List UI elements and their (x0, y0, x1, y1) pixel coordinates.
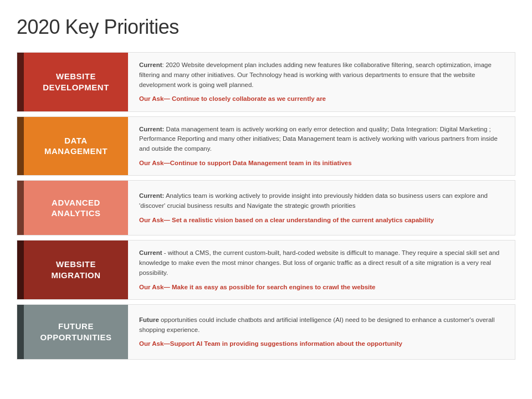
priority-current-future-opportunities: Future opportunities could include chatb… (139, 315, 504, 335)
priority-label-text-data-management: DATA MANAGEMENT (38, 135, 108, 157)
priority-current-website-development: Current: 2020 Website development plan i… (139, 60, 504, 90)
priority-content-advanced-analytics: Current: Analytics team is working activ… (128, 181, 515, 235)
priority-row: DATA MANAGEMENTCurrent: Data management … (17, 116, 515, 176)
priority-row: Future OpportunitiesFuture opportunities… (17, 304, 515, 360)
priority-row: WEBSITE MIGRATIONCurrent - without a CMS… (17, 240, 515, 300)
priority-ask-data-management: Our Ask—Continue to support Data Managem… (139, 158, 504, 167)
priority-ask-website-development: Our Ask— Continue to closely collaborate… (139, 94, 504, 103)
priority-label-future-opportunities: Future Opportunities (17, 305, 128, 359)
priority-current-advanced-analytics: Current: Analytics team is working activ… (139, 191, 504, 211)
priority-content-future-opportunities: Future opportunities could include chatb… (128, 305, 515, 359)
priority-content-data-management: Current: Data management team is activel… (128, 117, 515, 176)
priority-label-text-website-migration: WEBSITE MIGRATION (44, 259, 100, 280)
priority-ask-website-migration: Our Ask— Make it as easy as possible for… (139, 283, 504, 291)
priority-ask-advanced-analytics: Our Ask— Set a realistic vision based on… (139, 216, 504, 224)
priority-current-data-management: Current: Data management team is activel… (139, 125, 504, 154)
priority-label-website-development: WEBSITE DEVELOPMENT (17, 53, 128, 111)
priority-current-website-migration: Current - without a CMS, the current cus… (139, 248, 504, 278)
priority-row: ADVANCED ANALYTICSCurrent: Analytics tea… (17, 180, 515, 236)
priority-content-website-migration: Current - without a CMS, the current cus… (128, 241, 515, 299)
priority-ask-future-opportunities: Our Ask—Support AI Team in providing sug… (139, 339, 504, 348)
priority-label-text-website-development: WEBSITE DEVELOPMENT (36, 71, 109, 93)
priority-label-text-advanced-analytics: ADVANCED ANALYTICS (45, 197, 101, 219)
page-title: 2020 Key Priorities (17, 16, 515, 39)
priorities-list: WEBSITE DEVELOPMENTCurrent: 2020 Website… (17, 52, 515, 360)
priority-label-text-future-opportunities: Future Opportunities (33, 321, 111, 342)
priority-content-website-development: Current: 2020 Website development plan i… (128, 53, 515, 111)
priority-label-data-management: DATA MANAGEMENT (17, 117, 128, 176)
priority-label-website-migration: WEBSITE MIGRATION (17, 241, 128, 299)
priority-row: WEBSITE DEVELOPMENTCurrent: 2020 Website… (17, 52, 515, 112)
priority-label-advanced-analytics: ADVANCED ANALYTICS (17, 181, 128, 235)
